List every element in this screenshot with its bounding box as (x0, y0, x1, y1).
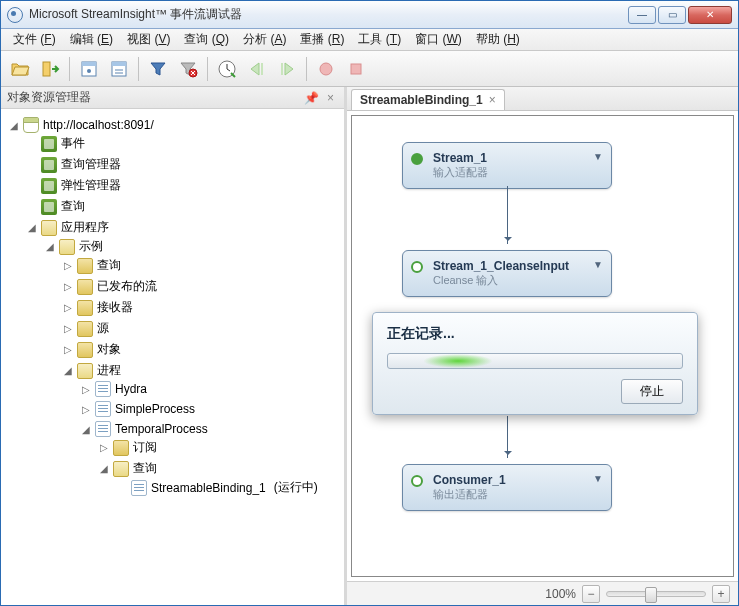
chevron-down-icon[interactable]: ▼ (593, 259, 603, 270)
menu-分析[interactable]: 分析 (A) (237, 29, 292, 50)
tree-label: 进程 (97, 362, 121, 379)
menu-重播[interactable]: 重播 (R) (294, 29, 350, 50)
expand-icon[interactable]: ▷ (99, 443, 109, 453)
folder-icon (77, 342, 93, 358)
minimize-button[interactable]: — (628, 6, 656, 24)
menu-视图[interactable]: 视图 (V) (121, 29, 176, 50)
tree-root[interactable]: ◢ http://localhost:8091/ (9, 117, 340, 133)
tree-item[interactable]: ▷SimpleProcess (81, 401, 340, 417)
chevron-down-icon[interactable]: ▼ (593, 473, 603, 484)
collapse-icon[interactable]: ◢ (81, 424, 91, 434)
menu-帮助[interactable]: 帮助 (H) (470, 29, 526, 50)
record-button[interactable] (313, 56, 339, 82)
tree-item[interactable]: ▷源 (63, 320, 340, 337)
tree-sample[interactable]: ◢ 示例 (45, 238, 340, 255)
tree-item[interactable]: 查询管理器 (27, 156, 340, 173)
menu-查询[interactable]: 查询 (Q) (178, 29, 235, 50)
progress-bar (387, 353, 683, 369)
grid-button-1[interactable] (76, 56, 102, 82)
tree-item[interactable]: ▷Hydra (81, 381, 340, 397)
filter-button[interactable] (145, 56, 171, 82)
expand-icon[interactable]: ▷ (81, 404, 91, 414)
folder-open-icon (113, 461, 129, 477)
status-dot-icon (411, 475, 423, 487)
folder-icon (77, 321, 93, 337)
stop-recording-button[interactable]: 停止 (621, 379, 683, 404)
folder-icon (77, 258, 93, 274)
tab-binding[interactable]: StreamableBinding_1 × (351, 89, 505, 110)
expand-icon[interactable]: ▷ (63, 261, 73, 271)
diagram-node-consumer[interactable]: Consumer_1 输出适配器 ▼ (402, 464, 612, 511)
step-back-button[interactable] (244, 56, 270, 82)
status-dot-icon (411, 261, 423, 273)
tree-item[interactable]: ▷接收器 (63, 299, 340, 316)
tree-temporal[interactable]: ◢ TemporalProcess (81, 421, 340, 437)
window-title: Microsoft StreamInsight™ 事件流调试器 (29, 6, 628, 23)
tree-label: 事件 (61, 135, 85, 152)
binding-icon (131, 480, 147, 496)
module-icon (41, 199, 57, 215)
expand-icon[interactable]: ▷ (63, 303, 73, 313)
recording-dialog: 正在记录... 停止 (372, 312, 698, 415)
zoom-out-button[interactable]: − (582, 585, 600, 603)
toolbar (1, 51, 738, 87)
close-button[interactable]: ✕ (688, 6, 732, 24)
collapse-icon[interactable]: ◢ (63, 366, 73, 376)
zoom-in-button[interactable]: + (712, 585, 730, 603)
menu-工具[interactable]: 工具 (T) (352, 29, 407, 50)
tree-apps[interactable]: ◢ 应用程序 (27, 219, 340, 236)
expand-icon[interactable]: ▷ (81, 384, 91, 394)
tab-close-icon[interactable]: × (489, 93, 496, 107)
collapse-icon[interactable]: ◢ (45, 242, 55, 252)
chevron-down-icon[interactable]: ▼ (593, 151, 603, 162)
app-icon (7, 7, 23, 23)
svg-rect-5 (112, 62, 126, 66)
expand-icon[interactable]: ▷ (63, 282, 73, 292)
module-icon (41, 136, 57, 152)
tree-item[interactable]: ▷查询 (63, 257, 340, 274)
tree-temporal-query[interactable]: ◢ 查询 (99, 460, 340, 477)
stop-button[interactable] (343, 56, 369, 82)
collapse-icon[interactable]: ◢ (99, 464, 109, 474)
tree-binding[interactable]: StreamableBinding_1 (运行中) (117, 479, 340, 496)
menu-窗口[interactable]: 窗口 (W) (409, 29, 468, 50)
dialog-title: 正在记录... (387, 325, 683, 343)
expand-icon[interactable]: ▷ (63, 345, 73, 355)
node-subtitle: Cleanse 输入 (433, 273, 601, 288)
collapse-icon[interactable]: ◢ (9, 120, 19, 130)
grid-button-2[interactable] (106, 56, 132, 82)
tree-proc[interactable]: ◢ 进程 (63, 362, 340, 379)
tree-label: 弹性管理器 (61, 177, 121, 194)
tree-item[interactable]: 弹性管理器 (27, 177, 340, 194)
zoom-slider[interactable] (606, 591, 706, 597)
connect-button[interactable] (37, 56, 63, 82)
svg-rect-8 (261, 63, 263, 75)
tree-item[interactable]: 查询 (27, 198, 340, 215)
pin-icon[interactable]: 📌 (300, 91, 323, 105)
diagram-canvas[interactable]: Stream_1 输入适配器 ▼ Stream_1_CleanseInput C… (351, 115, 734, 577)
title-bar: Microsoft StreamInsight™ 事件流调试器 — ▭ ✕ (1, 1, 738, 29)
object-tree[interactable]: ◢ http://localhost:8091/ 事件查询管理器弹性管理器查询 … (1, 109, 344, 605)
editor-pane: StreamableBinding_1 × Stream_1 输入适配器 ▼ S… (347, 87, 738, 605)
clear-filter-button[interactable] (175, 56, 201, 82)
open-file-button[interactable] (7, 56, 33, 82)
menu-编辑[interactable]: 编辑 (E) (64, 29, 119, 50)
collapse-icon[interactable]: ◢ (27, 223, 37, 233)
tree-label: 应用程序 (61, 219, 109, 236)
tree-item[interactable]: ▷已发布的流 (63, 278, 340, 295)
tree-item[interactable]: ▷对象 (63, 341, 340, 358)
clock-button[interactable] (214, 56, 240, 82)
close-pane-icon[interactable]: × (323, 91, 338, 105)
menu-文件[interactable]: 文件 (F) (7, 29, 62, 50)
step-forward-button[interactable] (274, 56, 300, 82)
object-explorer-pane: 对象资源管理器 📌 × ◢ http://localhost:8091/ 事件查… (1, 87, 347, 605)
tree-suffix: (运行中) (274, 479, 318, 496)
tree-item[interactable]: ▷ 订阅 (99, 439, 340, 456)
tree-item[interactable]: 事件 (27, 135, 340, 152)
expand-icon[interactable]: ▷ (63, 324, 73, 334)
folder-open-icon (41, 220, 57, 236)
maximize-button[interactable]: ▭ (658, 6, 686, 24)
diagram-node-cleanse[interactable]: Stream_1_CleanseInput Cleanse 输入 ▼ (402, 250, 612, 297)
object-explorer-title: 对象资源管理器 (7, 89, 91, 106)
diagram-node-stream[interactable]: Stream_1 输入适配器 ▼ (402, 142, 612, 189)
